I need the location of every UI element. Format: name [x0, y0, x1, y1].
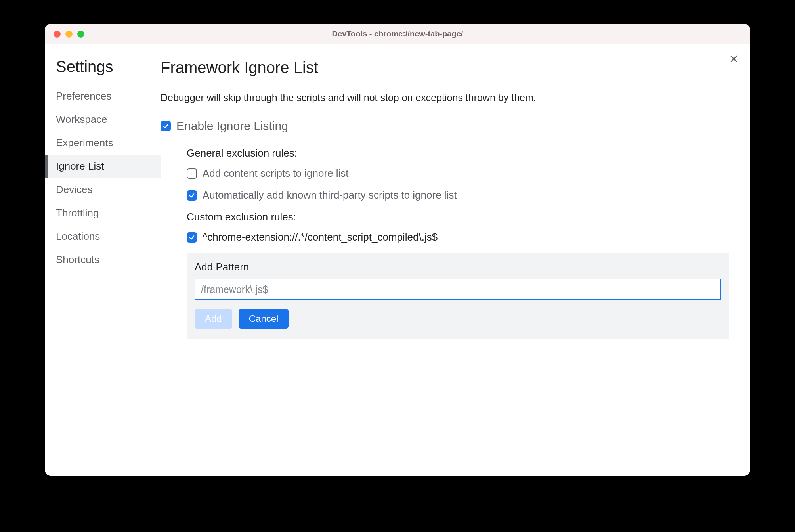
window-minimize-button[interactable]	[65, 31, 73, 38]
settings-sidebar: Settings Preferences Workspace Experimen…	[45, 44, 161, 476]
cancel-button[interactable]: Cancel	[239, 309, 289, 329]
add-pattern-input[interactable]	[195, 279, 721, 300]
custom-rule-0-checkbox[interactable]	[187, 232, 197, 243]
sidebar-item-shortcuts[interactable]: Shortcuts	[45, 248, 161, 272]
devtools-window: DevTools - chrome://new-tab-page/ ✕ Sett…	[45, 24, 750, 476]
custom-rule-0-label: ^chrome-extension://.*/content_script_co…	[203, 231, 438, 243]
enable-ignore-listing-label: Enable Ignore Listing	[176, 119, 288, 133]
sidebar-item-throttling[interactable]: Throttling	[45, 201, 161, 225]
enable-ignore-listing-checkbox[interactable]	[161, 121, 171, 131]
sidebar-item-locations[interactable]: Locations	[45, 225, 161, 248]
content-scripts-row[interactable]: Add content scripts to ignore list	[187, 167, 732, 180]
settings-main: Framework Ignore List Debugger will skip…	[161, 44, 750, 476]
add-pattern-label: Add Pattern	[195, 261, 721, 273]
general-exclusion-heading: General exclusion rules:	[187, 147, 732, 159]
window-zoom-button[interactable]	[77, 31, 84, 38]
window-titlebar: DevTools - chrome://new-tab-page/	[45, 24, 750, 44]
sidebar-item-devices[interactable]: Devices	[45, 178, 161, 201]
page-title: Framework Ignore List	[161, 59, 732, 82]
settings-body: ✕ Settings Preferences Workspace Experim…	[45, 44, 750, 476]
traffic-lights	[45, 31, 84, 38]
sidebar-title: Settings	[45, 58, 161, 84]
custom-exclusion-section: Custom exclusion rules: ^chrome-extensio…	[161, 211, 732, 243]
close-icon[interactable]: ✕	[729, 54, 738, 65]
third-party-scripts-row[interactable]: Automatically add known third-party scri…	[187, 189, 732, 201]
content-scripts-label: Add content scripts to ignore list	[203, 167, 349, 180]
custom-exclusion-heading: Custom exclusion rules:	[187, 211, 732, 223]
sidebar-item-experiments[interactable]: Experiments	[45, 131, 161, 155]
check-icon	[188, 192, 195, 199]
third-party-scripts-label: Automatically add known third-party scri…	[203, 189, 457, 201]
check-icon	[162, 122, 169, 130]
page-description: Debugger will skip through the scripts a…	[161, 92, 732, 103]
sidebar-item-workspace[interactable]: Workspace	[45, 108, 161, 131]
window-title: DevTools - chrome://new-tab-page/	[45, 29, 750, 38]
general-exclusion-section: General exclusion rules: Add content scr…	[161, 147, 732, 201]
add-pattern-buttons: Add Cancel	[195, 309, 721, 329]
sidebar-item-ignore-list[interactable]: Ignore List	[45, 155, 161, 178]
enable-ignore-listing-row[interactable]: Enable Ignore Listing	[161, 119, 732, 133]
check-icon	[188, 234, 195, 241]
add-pattern-panel: Add Pattern Add Cancel	[187, 253, 729, 339]
sidebar-item-preferences[interactable]: Preferences	[45, 84, 161, 108]
custom-rule-0-row[interactable]: ^chrome-extension://.*/content_script_co…	[187, 231, 732, 243]
add-button[interactable]: Add	[195, 309, 232, 329]
content-scripts-checkbox[interactable]	[187, 168, 197, 179]
third-party-scripts-checkbox[interactable]	[187, 190, 197, 201]
window-close-button[interactable]	[54, 31, 61, 38]
